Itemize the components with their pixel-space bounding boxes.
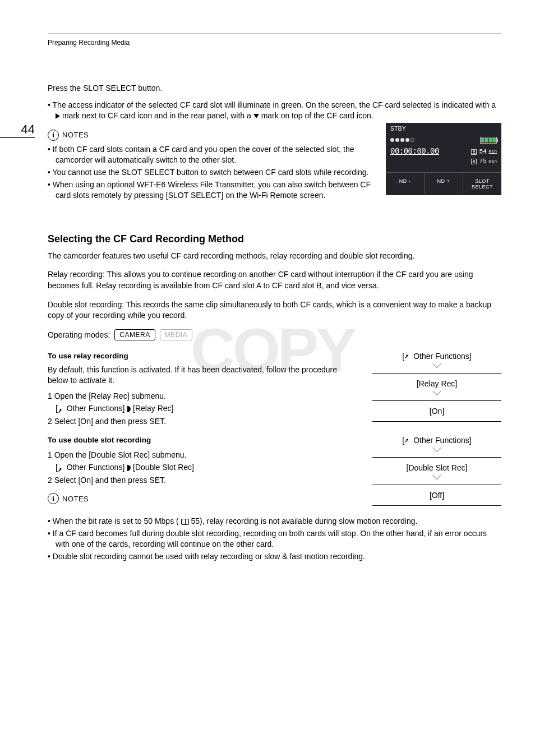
notes1-bullet-2: You cannot use the SLOT SELECT button to… [48, 167, 375, 178]
play-mark-icon [56, 113, 60, 119]
text-fragment: 55), relay recording is not available du… [191, 517, 417, 525]
intro-line: Press the SLOT SELECT button. [48, 83, 501, 94]
min-label: min [489, 158, 497, 165]
min-label: min [489, 148, 497, 155]
screen-timecode-row: 00:00:00.00 A 54 min B 75 min [386, 145, 501, 172]
double-step-1: 1 Open the [Double Slot Rec] submenu. [48, 449, 356, 461]
path-text: Other Functions] [67, 463, 125, 472]
relay-heading: To use relay recording [48, 352, 356, 360]
page-number-rule [0, 137, 35, 138]
screen-indicators [386, 135, 501, 145]
text-fragment: The access indicator of the selected CF … [53, 100, 496, 109]
operating-modes-label: Operating modes: [48, 330, 110, 339]
wrench-icon [404, 437, 411, 444]
nd-plus-button: ND + [425, 173, 463, 195]
double-menu-diagram: [ Other Functions] [Double Slot Rec] [Of… [372, 436, 501, 506]
notes2-list: When the bit rate is set to 50 Mbps ( 55… [48, 516, 501, 562]
notes2-bullet-1: When the bit rate is set to 50 Mbps ( 55… [48, 516, 501, 527]
notes2-bullet-3: Double slot recording cannot be used wit… [48, 551, 501, 563]
menu-item: [Off] [372, 485, 501, 506]
double-heading: To use double slot recording [48, 436, 356, 444]
breadcrumb: Preparing Recording Media [48, 39, 501, 47]
section-heading: Selecting the CF Card Recording Method [48, 233, 501, 245]
header-rule [48, 34, 501, 34]
book-icon [181, 519, 189, 525]
section-para-3: Double slot recording: This records the … [48, 299, 501, 321]
slot-select-button: SLOT SELECT [463, 173, 501, 195]
notes-label: NOTES [62, 131, 89, 139]
menu-item: [On] [372, 400, 501, 422]
path-text: Other Functions] [67, 404, 125, 413]
double-step-2: 2 Select [On] and then press SET. [48, 474, 356, 486]
screen-stby: STBY [386, 123, 501, 135]
mode-media: MEDIA [160, 329, 193, 340]
card-a-icon: A [471, 149, 477, 155]
relay-step-2: 2 Select [On] and then press SET. [48, 415, 356, 427]
notes1-bullet-1: If both CF card slots contain a CF card … [48, 144, 375, 166]
connector-icon [372, 394, 501, 400]
screen-buttons: ND - ND + SLOT SELECT [386, 172, 501, 195]
operating-modes: Operating modes: CAMERA MEDIA [48, 329, 501, 340]
card-a-time: 54 [479, 147, 486, 157]
notes1-bullet-3: When using an optional WFT-E6 Wireless F… [48, 179, 375, 201]
intro-bullet-1: The access indicator of the selected CF … [48, 100, 501, 122]
text-fragment: When the bit rate is set to 50 Mbps ( [53, 517, 179, 525]
nd-minus-button: ND - [386, 173, 425, 195]
down-mark-icon [253, 114, 259, 118]
dots-icon [390, 138, 414, 142]
arrow-icon: ◗ [127, 402, 131, 414]
wrench-icon [58, 465, 64, 472]
connector-icon [372, 450, 501, 457]
battery-icon [480, 137, 497, 144]
card-info: A 54 min B 75 min [471, 147, 497, 167]
section-para-2: Relay recording: This allows you to cont… [48, 269, 501, 291]
notes2-bullet-2: If a CF card becomes full during double … [48, 528, 501, 550]
card-b-time: 75 [479, 156, 486, 167]
section-para-1: The camcorder features two useful CF car… [48, 251, 501, 262]
path-text: [Double Slot Rec] [133, 463, 194, 472]
menu-text: Other Functions] [413, 436, 472, 445]
path-text: [Relay Rec] [133, 404, 173, 413]
card-b-icon: B [471, 159, 477, 164]
relay-menu-diagram: [ Other Functions] [Relay Rec] [On] [372, 352, 501, 422]
info-icon: i [48, 130, 59, 141]
notes-label: NOTES [62, 495, 89, 503]
double-path: [ Other Functions] ◗ [Double Slot Rec] [48, 461, 356, 473]
notes1-list: If both CF card slots contain a CF card … [48, 144, 375, 201]
relay-step-1: 1 Open the [Relay Rec] submenu. [48, 390, 356, 402]
arrow-icon: ◗ [127, 461, 131, 473]
connector-icon [372, 478, 501, 485]
screen-graphic: STBY 00:00:00.00 A 54 min [386, 123, 501, 195]
wrench-icon [58, 406, 64, 413]
notes-header-2: i NOTES [48, 493, 356, 504]
notes-header: i NOTES [48, 130, 375, 141]
intro-bullets: The access indicator of the selected CF … [48, 100, 501, 122]
timecode: 00:00:00.00 [390, 147, 439, 156]
text-fragment: mark on top of the CF card icon. [261, 111, 373, 120]
page-number: 44 [17, 122, 35, 137]
info-icon: i [48, 493, 59, 504]
mode-camera: CAMERA [114, 329, 155, 340]
relay-desc: By default, this function is activated. … [48, 365, 356, 386]
wrench-icon [404, 353, 411, 360]
menu-text: Other Functions] [413, 352, 472, 361]
relay-path: [ Other Functions] ◗ [Relay Rec] [48, 402, 356, 414]
connector-icon [372, 366, 501, 373]
text-fragment: mark next to CF card icon and in the rea… [62, 111, 253, 120]
